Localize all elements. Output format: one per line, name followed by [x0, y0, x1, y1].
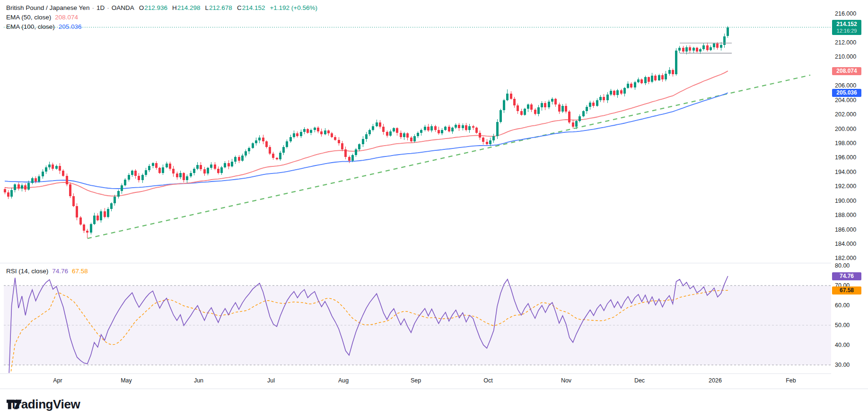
candle — [59, 166, 61, 171]
low-label: L — [205, 4, 209, 11]
candle — [482, 138, 484, 142]
candle — [351, 155, 354, 161]
candle — [541, 103, 543, 107]
time-axis-label-oct: Oct — [483, 377, 492, 384]
candle — [675, 51, 677, 74]
pane-separator[interactable] — [0, 263, 868, 263]
candle — [520, 111, 523, 115]
candle — [324, 130, 326, 134]
candle — [572, 122, 574, 127]
candle — [86, 231, 88, 233]
candle — [616, 90, 619, 95]
candle — [31, 178, 34, 183]
candle — [393, 128, 395, 131]
candle — [138, 176, 140, 180]
candle — [265, 141, 268, 147]
candle — [303, 129, 306, 132]
rsi-tick-label: 40.00 — [835, 342, 850, 348]
candle — [286, 141, 288, 147]
time-axis-label-jul: Jul — [267, 377, 275, 384]
candle — [124, 180, 126, 185]
candle — [66, 176, 68, 184]
ema100-axis-badge: 205.036 — [832, 89, 861, 97]
ema50-legend-row[interactable]: EMA (50, close) 208.074 — [6, 12, 317, 22]
candlestick-chart[interactable] — [0, 0, 868, 389]
candle — [468, 126, 471, 130]
candle — [200, 165, 202, 169]
candle — [245, 151, 247, 156]
candle — [341, 143, 343, 149]
rsi-tick-label: 80.00 — [835, 262, 850, 269]
symbol-legend-row[interactable]: British Pound / Japanese Yen · 1D · OAND… — [6, 3, 317, 12]
legend-separator: · — [105, 4, 112, 11]
candle — [658, 75, 660, 80]
rsi-ma-axis-badge: 67.58 — [832, 286, 861, 295]
time-axis-label-apr: Apr — [53, 377, 62, 384]
rsi-ma-value: 67.58 — [72, 268, 88, 275]
chart-bottom-border — [0, 389, 868, 389]
open-label: O — [139, 4, 144, 11]
candle — [100, 211, 102, 221]
candle — [534, 110, 536, 114]
candle — [348, 157, 351, 161]
candle — [262, 138, 264, 141]
candle — [640, 79, 643, 83]
time-axis-label-aug: Aug — [338, 377, 349, 384]
candle — [258, 138, 261, 140]
price-tick-label: 188.000 — [835, 212, 856, 218]
candle — [382, 127, 385, 132]
candle — [558, 104, 561, 112]
candle — [517, 105, 519, 111]
candle — [496, 122, 499, 136]
candle — [672, 70, 674, 74]
candle — [386, 132, 388, 136]
candle — [503, 100, 505, 110]
candle — [27, 183, 30, 190]
candle — [372, 126, 374, 130]
candle — [114, 197, 116, 203]
candle — [455, 125, 457, 128]
ema100-legend-row[interactable]: EMA (100, close) 205.036 — [6, 22, 317, 31]
candle — [296, 133, 298, 136]
candle — [406, 133, 409, 138]
candle — [610, 91, 612, 95]
candle — [441, 130, 443, 134]
candle — [586, 107, 588, 111]
candle — [220, 167, 223, 173]
candle — [214, 165, 216, 169]
candle — [620, 90, 623, 94]
candle — [613, 91, 615, 95]
tradingview-logo[interactable]: TradingView — [6, 397, 80, 412]
ema100-value: 205.036 — [59, 23, 82, 30]
time-axis[interactable]: AprMayJunJulAugSepOctNovDec2026Feb — [0, 374, 868, 389]
candle — [338, 140, 340, 144]
time-axis-label-nov: Nov — [561, 377, 571, 384]
trendline[interactable] — [88, 75, 810, 238]
candle — [413, 136, 416, 141]
ema100-label: EMA (100, close) — [6, 23, 55, 30]
candle — [7, 192, 9, 197]
candle — [524, 109, 526, 114]
candle — [117, 191, 120, 197]
candle — [627, 84, 629, 88]
candle — [224, 163, 226, 167]
current-price-badge: 214.152 12:16:29 — [832, 20, 861, 35]
candle — [269, 147, 271, 154]
time-axis-label-feb: Feb — [786, 377, 796, 384]
candle — [403, 133, 405, 137]
candle — [444, 127, 447, 130]
candle — [169, 164, 171, 169]
candle — [568, 112, 570, 122]
candle — [255, 140, 257, 143]
price-tick-label: 216.000 — [835, 10, 856, 17]
symbol-title: British Pound / Japanese Yen — [6, 4, 89, 11]
rsi-legend-row[interactable]: RSI (14, close) 74.76 67.58 — [6, 268, 88, 275]
candle — [183, 173, 185, 180]
time-axis-label-jun: Jun — [194, 377, 203, 384]
candle — [344, 149, 347, 157]
ema50-axis-badge: 208.074 — [832, 67, 861, 75]
price-tick-label: 204.000 — [835, 97, 856, 104]
price-axis[interactable]: GBPJPY 214.152 12:16:29 208.074 205.036 … — [831, 0, 868, 389]
candle — [69, 184, 71, 196]
candle — [279, 153, 281, 159]
